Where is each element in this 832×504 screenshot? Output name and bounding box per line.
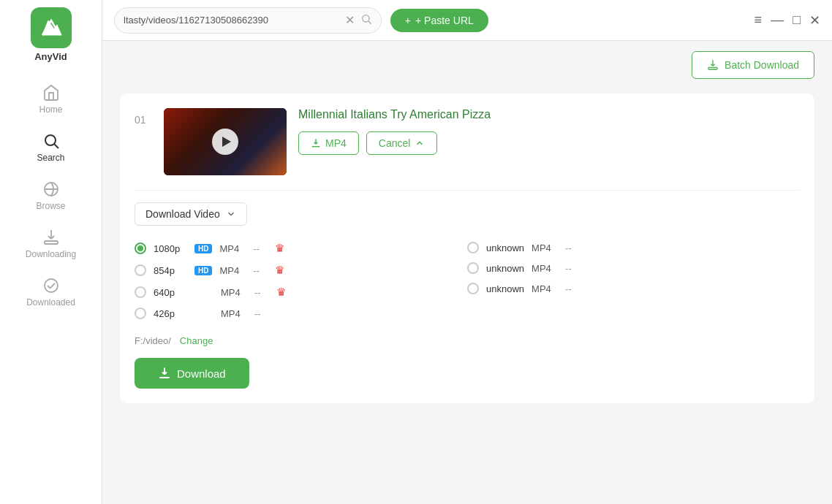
sidebar-item-downloading[interactable]: Downloading <box>0 221 102 267</box>
maximize-button[interactable]: □ <box>793 12 801 28</box>
sidebar-item-browse[interactable]: Browse <box>0 173 102 218</box>
res-1080p-label: 1080p <box>154 243 187 254</box>
batch-download-icon <box>707 59 719 71</box>
fmt-854p: MP4 <box>219 265 246 276</box>
fmt-unknown-3: MP4 <box>532 283 558 294</box>
batch-download-button[interactable]: Batch Download <box>692 51 814 79</box>
download-type-select[interactable]: Download Video <box>135 202 247 226</box>
dash-unknown-1: -- <box>565 243 580 253</box>
radio-unknown-1[interactable] <box>467 242 479 253</box>
download-btn-icon <box>158 367 171 380</box>
batch-download-label: Batch Download <box>725 59 799 71</box>
sidebar-item-downloaded[interactable]: Downloaded <box>0 270 102 315</box>
url-clear-button[interactable]: ✕ <box>345 15 355 26</box>
main-area: ltasty/videos/11627130508662390 ✕ + + Pa… <box>102 0 832 504</box>
res-640p-label: 640p <box>154 287 187 298</box>
search-icon <box>42 132 60 150</box>
crown-1080p: ♛ <box>275 242 284 255</box>
radio-854p[interactable] <box>135 264 146 276</box>
dash-854p: -- <box>253 265 268 276</box>
sidebar-item-downloading-label: Downloading <box>26 249 76 259</box>
svg-point-0 <box>45 135 56 145</box>
video-thumbnail[interactable] <box>164 108 287 175</box>
crown-640p: ♛ <box>276 286 286 299</box>
play-button[interactable] <box>212 129 238 155</box>
cancel-button[interactable]: Cancel <box>366 131 438 155</box>
res-unknown-1-label: unknown <box>486 243 524 253</box>
resolution-row-640p: 640p MP4 -- ♛ <box>135 281 467 303</box>
crown-854p: ♛ <box>275 264 284 277</box>
resolution-row-854p: 854p HD MP4 -- ♛ <box>135 259 467 281</box>
res-unknown-3-label: unknown <box>486 283 524 294</box>
titlebar: ltasty/videos/11627130508662390 ✕ + + Pa… <box>102 0 832 41</box>
res-unknown-2-label: unknown <box>486 263 524 274</box>
radio-1080p[interactable] <box>135 243 146 254</box>
resolution-row-unknown-3: unknown MP4 -- <box>467 278 800 299</box>
menu-icon[interactable]: ≡ <box>755 12 763 28</box>
dash-1080p: -- <box>253 243 268 254</box>
dash-426p: -- <box>254 308 269 319</box>
sidebar-item-browse-label: Browse <box>36 201 65 211</box>
resolution-row-unknown-1: unknown MP4 -- <box>467 237 800 258</box>
resolution-row-426p: 426p MP4 -- <box>135 303 467 324</box>
svg-line-6 <box>368 21 371 24</box>
download-btn-label: Download <box>177 367 226 380</box>
sidebar-item-home[interactable]: Home <box>0 77 102 122</box>
fmt-unknown-2: MP4 <box>532 263 558 274</box>
resolution-row-1080p: 1080p HD MP4 -- ♛ <box>135 237 467 259</box>
radio-unknown-2[interactable] <box>467 262 479 274</box>
sidebar-item-search[interactable]: Search <box>0 125 102 170</box>
chevron-up-icon <box>415 138 425 148</box>
radio-unknown-3[interactable] <box>467 283 479 294</box>
url-bar: ltasty/videos/11627130508662390 ✕ <box>114 7 382 34</box>
minimize-button[interactable]: — <box>771 12 784 28</box>
hd-badge-854p: HD <box>194 266 212 275</box>
resolution-grid: 1080p HD MP4 -- ♛ 854p HD MP4 -- <box>135 237 800 324</box>
change-path-button[interactable]: Change <box>180 335 213 346</box>
video-thumb-image <box>164 108 287 175</box>
resolution-column-left: 1080p HD MP4 -- ♛ 854p HD MP4 -- <box>135 237 467 324</box>
video-info: Millennial Italians Try American Pizza M… <box>298 108 800 155</box>
resolution-column-right: unknown MP4 -- unknown MP4 -- <box>467 237 800 324</box>
svg-point-5 <box>362 15 368 21</box>
hd-badge-1080p: HD <box>194 244 212 253</box>
fmt-640p: MP4 <box>221 287 247 298</box>
video-item: 01 Millennial Italians Try American Pizz… <box>135 108 800 175</box>
radio-640p[interactable] <box>135 286 146 298</box>
paste-url-button[interactable]: + + Paste URL <box>390 9 488 32</box>
svg-line-1 <box>54 145 58 149</box>
download-type-label: Download Video <box>145 208 220 220</box>
path-row: F:/video/ Change <box>135 335 800 346</box>
browse-icon <box>42 180 60 198</box>
dash-unknown-3: -- <box>565 283 580 294</box>
radio-426p[interactable] <box>135 308 146 319</box>
fmt-426p: MP4 <box>221 308 247 319</box>
video-index: 01 <box>135 108 152 126</box>
mp4-button[interactable]: MP4 <box>298 131 359 155</box>
res-854p-label: 854p <box>154 265 187 276</box>
home-icon <box>42 84 60 102</box>
dash-640p: -- <box>254 287 269 298</box>
path-text: F:/video/ <box>135 335 171 346</box>
download-button[interactable]: Download <box>135 358 249 389</box>
video-actions: MP4 Cancel <box>298 131 800 155</box>
window-controls: ≡ — □ ✕ <box>755 12 820 28</box>
url-search-icon <box>360 13 372 28</box>
download-options: Download Video 1080p HD MP4 <box>135 190 800 389</box>
paste-url-plus: + <box>405 15 411 26</box>
cancel-label: Cancel <box>379 137 411 149</box>
fmt-unknown-1: MP4 <box>532 243 558 253</box>
content-area: 01 Millennial Italians Try American Pizz… <box>102 79 832 504</box>
video-card: 01 Millennial Italians Try American Pizz… <box>120 93 814 403</box>
sidebar-nav: Home Search Browse Downloading <box>0 77 102 315</box>
resolution-row-unknown-2: unknown MP4 -- <box>467 258 800 278</box>
svg-point-4 <box>45 279 58 292</box>
sidebar-item-search-label: Search <box>37 153 64 163</box>
close-button[interactable]: ✕ <box>809 12 820 28</box>
app-name: AnyVid <box>34 51 67 62</box>
svg-rect-3 <box>45 241 58 244</box>
res-426p-label: 426p <box>154 308 187 319</box>
sidebar-item-home-label: Home <box>39 104 62 115</box>
mp4-label: MP4 <box>325 137 347 149</box>
download-icon-small <box>311 138 321 148</box>
